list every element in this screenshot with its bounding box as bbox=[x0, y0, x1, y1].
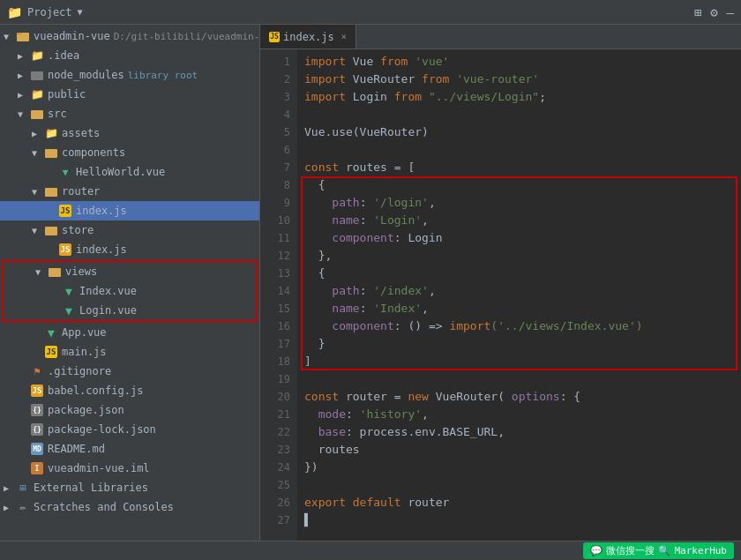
router-label: router bbox=[62, 185, 100, 198]
markerhub-label: MarkerHub bbox=[674, 545, 727, 556]
editor-tab-index-js[interactable]: JS index.js × bbox=[260, 25, 356, 49]
iml-label: vueadmin-vue.iml bbox=[48, 462, 150, 474]
sidebar-item-app-vue[interactable]: ▶ ▼ App.vue bbox=[0, 323, 259, 342]
code-content[interactable]: import Vue from 'vue' import VueRouter f… bbox=[297, 49, 741, 541]
main-layout: ▼ vueadmin-vue D:/git-bilibili/vueadmin-… bbox=[0, 25, 741, 541]
store-arrow: ▼ bbox=[32, 226, 44, 235]
svg-rect-2 bbox=[31, 71, 43, 80]
components-icon bbox=[44, 146, 58, 160]
code-line-3: import Login from "../views/Login"; bbox=[304, 88, 734, 106]
node-modules-icon bbox=[30, 68, 44, 82]
components-label: components bbox=[62, 146, 125, 159]
line-numbers: 12345 678910 1112131415 1617181920 21222… bbox=[260, 49, 297, 541]
iml-icon: I bbox=[30, 461, 44, 475]
code-line-16: component: () => import('../views/Index.… bbox=[304, 317, 734, 335]
scratches-label: Scratches and Consoles bbox=[34, 501, 174, 513]
sidebar-item-index-vue[interactable]: ▶ ▼ Index.vue bbox=[4, 281, 256, 301]
public-icon: 📁 bbox=[30, 87, 44, 101]
project-icon: 📁 bbox=[7, 5, 22, 19]
sidebar-item-node-modules[interactable]: ▶ node_modules library root bbox=[0, 65, 259, 85]
sidebar-item-external[interactable]: ▶ ⊞ External Libraries bbox=[0, 478, 259, 497]
sidebar-item-babel[interactable]: ▶ JS babel.config.js bbox=[0, 381, 259, 400]
sidebar-item-iml[interactable]: ▶ I vueadmin-vue.iml bbox=[0, 459, 259, 478]
pkg-label: package.json bbox=[48, 404, 124, 416]
sidebar-item-views[interactable]: ▼ views bbox=[4, 262, 256, 281]
title-bar-controls: ⊞ ⚙ — bbox=[694, 5, 734, 19]
root-folder-icon bbox=[16, 29, 30, 43]
title-bar: 📁 Project ▼ ⊞ ⚙ — bbox=[0, 0, 741, 25]
code-line-20: const router = new VueRouter( options: { bbox=[304, 388, 734, 406]
sidebar-item-readme[interactable]: ▶ MD README.md bbox=[0, 439, 259, 459]
sidebar-item-root[interactable]: ▼ vueadmin-vue D:/git-bilibili/vueadmin-… bbox=[0, 26, 259, 46]
sidebar-item-store-index[interactable]: ▶ JS index.js bbox=[0, 240, 259, 259]
assets-arrow: ▶ bbox=[32, 129, 44, 138]
helloworld-label: HelloWorld.vue bbox=[76, 166, 165, 178]
sidebar-item-gitignore[interactable]: ▶ ⚑ .gitignore bbox=[0, 362, 259, 381]
ext-arrow: ▶ bbox=[4, 483, 16, 493]
gitignore-icon: ⚑ bbox=[30, 364, 44, 378]
sidebar-item-idea[interactable]: ▶ 📁 .idea bbox=[0, 46, 259, 65]
sidebar: ▼ vueadmin-vue D:/git-bilibili/vueadmin-… bbox=[0, 25, 260, 541]
main-js-icon: JS bbox=[44, 345, 58, 359]
dropdown-arrow[interactable]: ▼ bbox=[78, 7, 83, 17]
index-vue-label: Index.vue bbox=[79, 285, 137, 297]
tab-close-icon[interactable]: × bbox=[341, 32, 347, 41]
assets-icon: 📁 bbox=[44, 126, 58, 140]
index-vue-icon: ▼ bbox=[62, 284, 76, 298]
pkg-icon: {} bbox=[30, 403, 44, 417]
sidebar-item-main-js[interactable]: ▶ JS main.js bbox=[0, 342, 259, 362]
store-label: store bbox=[62, 224, 94, 236]
readme-label: README.md bbox=[48, 443, 105, 455]
tab-bar: JS index.js × bbox=[260, 25, 741, 49]
sidebar-item-scratches[interactable]: ▶ ✏ Scratches and Consoles bbox=[0, 497, 259, 517]
settings-icon[interactable]: ⚙ bbox=[710, 5, 717, 19]
login-vue-icon: ▼ bbox=[62, 303, 76, 317]
node-modules-label: node_modules bbox=[48, 69, 124, 81]
svg-rect-1 bbox=[17, 33, 22, 34]
code-line-2: import VueRouter from 'vue-router' bbox=[304, 71, 734, 88]
sidebar-item-helloworld[interactable]: ▶ ▼ HelloWorld.vue bbox=[0, 162, 259, 182]
router-icon bbox=[44, 184, 58, 198]
store-index-icon: JS bbox=[58, 243, 72, 257]
views-arrow: ▼ bbox=[35, 267, 48, 277]
sidebar-item-assets[interactable]: ▶ 📁 assets bbox=[0, 123, 259, 143]
sidebar-item-store[interactable]: ▼ store bbox=[0, 220, 259, 240]
code-line-1: import Vue from 'vue' bbox=[304, 53, 734, 71]
minimize-icon[interactable]: — bbox=[727, 5, 734, 19]
sidebar-item-package-json[interactable]: ▶ {} package.json bbox=[0, 400, 259, 420]
wechat-badge: 💬 微信搜一搜 🔍 MarkerHub bbox=[583, 542, 734, 559]
pkglock-label: package-lock.json bbox=[48, 423, 156, 436]
views-icon bbox=[48, 265, 62, 279]
tab-label: index.js bbox=[283, 31, 334, 43]
router-arrow: ▼ bbox=[32, 187, 44, 197]
svg-rect-6 bbox=[45, 227, 57, 235]
sidebar-item-public[interactable]: ▶ 📁 public bbox=[0, 85, 259, 104]
code-line-27: ▌ bbox=[304, 511, 734, 529]
sidebar-item-src[interactable]: ▼ src bbox=[0, 104, 259, 123]
svg-rect-7 bbox=[49, 268, 61, 277]
node-modules-badge: library root bbox=[128, 70, 198, 81]
layout-icon[interactable]: ⊞ bbox=[694, 5, 701, 19]
scratches-icon: ✏ bbox=[16, 500, 30, 514]
src-icon bbox=[30, 107, 44, 121]
sidebar-content: ▼ vueadmin-vue D:/git-bilibili/vueadmin-… bbox=[0, 25, 259, 541]
sidebar-item-login-vue[interactable]: ▶ ▼ Login.vue bbox=[4, 301, 256, 320]
src-arrow: ▼ bbox=[18, 109, 30, 119]
code-line-12: }, bbox=[304, 247, 734, 265]
sidebar-item-router-index[interactable]: ▶ JS index.js bbox=[0, 201, 259, 220]
svg-rect-5 bbox=[45, 188, 57, 197]
node-modules-arrow: ▶ bbox=[18, 71, 30, 80]
code-line-6 bbox=[304, 141, 734, 159]
idea-arrow: ▶ bbox=[18, 51, 30, 61]
code-line-10: name: 'Login', bbox=[304, 212, 734, 229]
sidebar-item-components[interactable]: ▼ components bbox=[0, 143, 259, 162]
login-vue-label: Login.vue bbox=[79, 304, 137, 317]
code-line-18: ] bbox=[304, 353, 734, 370]
code-line-5: Vue.use(VueRouter) bbox=[304, 123, 734, 141]
views-label: views bbox=[65, 265, 97, 278]
sidebar-item-router[interactable]: ▼ router bbox=[0, 182, 259, 201]
code-line-25 bbox=[304, 476, 734, 494]
sidebar-item-package-lock[interactable]: ▶ {} package-lock.json bbox=[0, 420, 259, 439]
app-vue-icon: ▼ bbox=[44, 325, 58, 340]
store-index-label: index.js bbox=[76, 243, 127, 256]
